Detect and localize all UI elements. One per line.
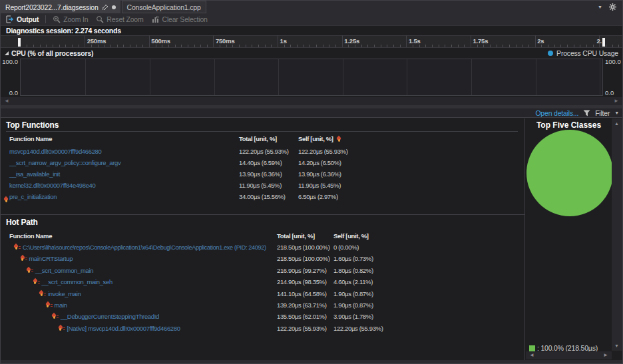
flame-icon <box>336 136 342 143</box>
tab-consoleapplication1[interactable]: ConsoleApplication1.cpp <box>122 1 206 13</box>
tab-report-label: Report2023022...7.diagsession <box>5 3 99 11</box>
ruler-tick <box>483 45 484 47</box>
active-files-dropdown-icon[interactable]: ▼ <box>598 5 602 9</box>
tab-report-diagsession[interactable]: Report2023022...7.diagsession <box>1 1 120 13</box>
ruler-tick <box>136 45 137 47</box>
function-name-link[interactable]: __scrt_common_main_seh <box>42 276 112 287</box>
open-details-link[interactable]: Open details... <box>535 109 578 117</box>
ruler-tick <box>33 45 34 47</box>
col-self[interactable]: Self [unit, %] <box>333 232 369 240</box>
function-name-link[interactable]: mainCRTStartup <box>29 253 73 264</box>
function-name-link[interactable]: __isa_available_init <box>9 168 60 180</box>
ruler-tick <box>226 45 227 47</box>
scroll-right-icon[interactable]: ► <box>603 352 608 358</box>
ruler-tick <box>361 45 362 47</box>
ruler-tick <box>329 45 329 47</box>
scroll-left-icon[interactable]: ◄ <box>529 352 534 358</box>
clear-selection-button[interactable]: Clear Selection <box>148 13 212 25</box>
filter-dropdown-icon[interactable]: ▼ <box>614 110 619 115</box>
ruler-tick <box>252 45 252 47</box>
function-name-link[interactable]: main <box>55 299 67 311</box>
details-toolbar: Open details... Filter ▼ <box>1 108 622 118</box>
function-name-link[interactable]: msvcp140d.dll!0x00007fff9d466280 <box>9 146 101 157</box>
col-total[interactable]: Total [unit, %] <box>239 135 277 142</box>
self-value: 0 (0.00%) <box>333 242 359 253</box>
ruler-tick <box>130 45 130 47</box>
gridline <box>85 59 86 95</box>
reset-zoom-button[interactable]: Reset Zoom <box>92 13 147 25</box>
ruler-tick <box>142 45 143 47</box>
ruler-tick <box>593 45 594 47</box>
top-functions-row: kernel32.dll!0x00007ff84e498e4011.90µs (… <box>1 180 524 191</box>
ruler-tick <box>271 45 272 47</box>
ruler-tick <box>53 45 53 47</box>
flame-icon <box>26 267 32 274</box>
function-name-link[interactable]: C:\Users\liha\source\repos\ConsoleApplic… <box>23 242 266 253</box>
scroll-down-icon[interactable]: ▼ <box>614 343 619 348</box>
gridline <box>343 59 343 95</box>
function-name-link[interactable]: pre_c_initialization <box>9 191 57 202</box>
col-function-name[interactable]: Function Name <box>9 135 52 142</box>
ruler-tick <box>541 45 542 47</box>
ruler-tick-label: 1.75s <box>473 37 489 45</box>
top-functions-row: __isa_available_init13.90µs (6.36%)13.90… <box>1 168 524 180</box>
scroll-right-icon[interactable]: ► <box>614 98 619 104</box>
function-name-link[interactable]: invoke_main <box>48 288 81 299</box>
ruler-tick <box>348 45 349 47</box>
ruler-tick <box>560 45 561 47</box>
self-value: 6.50µs (2.97%) <box>298 191 338 202</box>
self-value: 1.60µs (0.73%) <box>333 253 373 264</box>
session-end-marker[interactable] <box>602 38 605 47</box>
filter-label[interactable]: Filter <box>595 109 610 117</box>
zoom-in-button[interactable]: Zoom In <box>49 13 92 25</box>
ruler-tick-label: 1.5s <box>409 37 421 45</box>
hot-path-row: [Native] msvcp140d.dll!0x00007fff9d46628… <box>1 323 524 334</box>
gridline <box>278 59 279 95</box>
function-name-link[interactable]: __scrt_common_main <box>35 265 93 276</box>
ruler-tick <box>612 45 613 47</box>
gridline <box>150 59 150 95</box>
function-name-link[interactable]: [Native] msvcp140d.dll!0x00007fff9d46628… <box>67 323 180 334</box>
ruler-tick <box>168 45 169 47</box>
filter-icon[interactable] <box>583 110 590 116</box>
flame-icon <box>3 196 9 204</box>
top-five-classes-panel: Top Five Classes : 100.0% (218.50µs) ◄ ► <box>526 118 612 360</box>
function-name-link[interactable]: __scrt_narrow_argv_policy::configure_arg… <box>9 157 120 168</box>
scroll-up-icon[interactable]: ▲ <box>614 121 619 126</box>
ruler-tick-label: 1s <box>280 37 287 45</box>
vertical-scrollbar[interactable]: ▲ ▼ <box>612 118 622 351</box>
total-value: 218.50µs (100.00%) <box>277 242 329 253</box>
ruler-tick <box>342 35 343 47</box>
col-total[interactable]: Total [unit, %] <box>277 232 315 240</box>
ruler-tick <box>387 45 387 47</box>
ruler-tick <box>606 45 606 47</box>
timeline-ruler[interactable]: 250ms500ms750ms1s1.25s1.5s1.75s2s2. <box>1 35 622 48</box>
top-functions-row: msvcp140d.dll!0x00007fff9d466280122.20µs… <box>1 146 524 157</box>
pin-icon[interactable] <box>102 4 108 11</box>
ruler-tick <box>367 45 368 47</box>
scroll-left-icon[interactable]: ◄ <box>4 98 9 104</box>
function-name-link[interactable]: kernel32.dll!0x00007ff84e498e40 <box>9 180 95 191</box>
top-five-classes-pie-chart[interactable] <box>526 130 613 216</box>
ruler-tick <box>91 45 92 47</box>
ruler-tick <box>451 45 452 47</box>
timeline-horizontal-scrollbar[interactable]: ◄ ► <box>1 97 622 105</box>
hot-path-title: Hot Path <box>6 218 38 227</box>
ruler-tick <box>304 45 304 47</box>
ruler-tick <box>278 35 278 47</box>
function-name-link[interactable]: __DebuggerCurrentSteppingThreadId <box>61 311 159 322</box>
gear-icon[interactable] <box>609 3 616 11</box>
ruler-tick <box>406 35 407 47</box>
ruler-tick <box>477 45 478 47</box>
ruler-tick <box>419 45 420 47</box>
unsaved-dot-icon[interactable] <box>112 5 116 9</box>
ruler-tick <box>59 45 60 47</box>
col-self[interactable]: Self [unit, %] <box>298 135 333 142</box>
output-button[interactable]: Output <box>2 13 43 25</box>
col-function-name[interactable]: Function Name <box>9 232 52 240</box>
session-start-marker[interactable] <box>18 38 21 47</box>
collapse-arrow-icon[interactable] <box>4 51 9 56</box>
cpu-usage-chart[interactable] <box>20 59 603 96</box>
classes-horizontal-scrollbar[interactable]: ◄ ► <box>526 351 612 359</box>
gridline <box>471 59 472 95</box>
